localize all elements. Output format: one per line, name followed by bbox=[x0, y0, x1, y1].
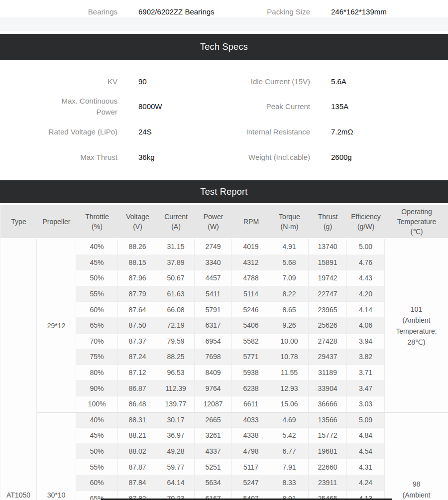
table-cell: 37.89 bbox=[157, 255, 195, 271]
test-report-table: TypePropellerThrottle (%)Voltage (V)Curr… bbox=[0, 205, 448, 500]
tech-spec-row-max-power: Max. Continuous Power 8000W bbox=[0, 96, 162, 118]
table-cell: 5791 bbox=[195, 302, 232, 318]
table-cell: 50.67 bbox=[157, 270, 195, 286]
test-report-title: Test Report bbox=[200, 187, 247, 197]
top-spec-row-2: Packing Size 246*162*139mm bbox=[169, 1, 387, 23]
spec-value-internal-resistance: 7.2mΩ bbox=[331, 126, 353, 137]
table-cell: 87.24 bbox=[118, 349, 157, 365]
table-cell: 30.17 bbox=[157, 412, 195, 428]
table-cell: 4019 bbox=[232, 239, 270, 255]
table-cell: 5406 bbox=[232, 318, 270, 334]
table-cell: 36.97 bbox=[157, 428, 195, 444]
table-cell: 31.15 bbox=[157, 239, 195, 255]
propeller-cell: 29*12 bbox=[37, 239, 76, 412]
table-cell: 5411 bbox=[195, 286, 232, 302]
table-cell: 5251 bbox=[195, 459, 232, 475]
column-header: Throttle (%) bbox=[76, 205, 118, 238]
column-header: Efficiency (g/W) bbox=[347, 205, 385, 238]
table-cell: 5247 bbox=[232, 475, 270, 491]
table-cell: 3.82 bbox=[347, 349, 385, 365]
tech-spec-row-weight: Weight (Incl.cable) 2600g bbox=[169, 146, 352, 168]
table-cell: 88.02 bbox=[118, 444, 157, 460]
propeller-cell: 30*10 bbox=[37, 412, 76, 500]
column-header: Operating Temperature (℃) bbox=[385, 205, 448, 238]
table-cell: 12087 bbox=[195, 396, 232, 412]
table-cell: 88.21 bbox=[118, 428, 157, 444]
table-cell: 4.31 bbox=[347, 459, 385, 475]
spec-value-packing-size: 246*162*139mm bbox=[331, 6, 387, 17]
spec-label-max-thrust: Max Thrust bbox=[0, 152, 117, 163]
temperature-cell: 101 (Ambient Temperature: 28℃) bbox=[385, 239, 448, 412]
table-cell: 79.59 bbox=[157, 334, 195, 350]
column-header: Current (A) bbox=[157, 205, 195, 238]
table-cell: 3.47 bbox=[347, 380, 385, 396]
table-cell: 4.69 bbox=[270, 412, 309, 428]
table-cell: 33904 bbox=[309, 380, 347, 396]
table-cell: 4.24 bbox=[347, 475, 385, 491]
spec-label-rated-voltage: Rated Voltage (LiPo) bbox=[0, 126, 117, 137]
table-cell: 23911 bbox=[309, 475, 347, 491]
table-cell: 60% bbox=[76, 475, 118, 491]
table-cell: 87.37 bbox=[118, 334, 157, 350]
table-cell: 55% bbox=[76, 459, 118, 475]
spec-value-kv: 90 bbox=[138, 76, 147, 87]
table-cell: 4338 bbox=[232, 428, 270, 444]
table-cell: 4.76 bbox=[347, 255, 385, 271]
type-cell: AT1050 bbox=[0, 239, 37, 500]
column-header: Type bbox=[0, 205, 37, 238]
column-header: Propeller bbox=[37, 205, 76, 238]
table-cell: 8.65 bbox=[270, 302, 309, 318]
table-cell: 90% bbox=[76, 380, 118, 396]
table-cell: 4337 bbox=[195, 444, 232, 460]
table-cell: 88.15 bbox=[118, 255, 157, 271]
table-cell: 139.77 bbox=[157, 396, 195, 412]
table-cell: 8.22 bbox=[270, 286, 309, 302]
table-cell: 50% bbox=[76, 444, 118, 460]
table-cell: 13740 bbox=[309, 239, 347, 255]
table-cell: 40% bbox=[76, 239, 118, 255]
table-cell: 3.94 bbox=[347, 334, 385, 350]
table-cell: 19681 bbox=[309, 444, 347, 460]
spec-value-rated-voltage: 24S bbox=[138, 126, 152, 137]
table-cell: 3340 bbox=[195, 255, 232, 271]
table-cell: 5.42 bbox=[270, 428, 309, 444]
table-cell: 19742 bbox=[309, 270, 347, 286]
table-cell: 9.26 bbox=[270, 318, 309, 334]
table-cell: 5.09 bbox=[347, 412, 385, 428]
table-cell: 4.43 bbox=[347, 270, 385, 286]
table-cell: 23965 bbox=[309, 302, 347, 318]
table-cell: 5938 bbox=[232, 365, 270, 381]
table-cell: 5.68 bbox=[270, 255, 309, 271]
tech-specs-title: Tech Specs bbox=[200, 42, 248, 52]
table-cell: 4.14 bbox=[347, 302, 385, 318]
table-cell: 4.20 bbox=[347, 286, 385, 302]
tech-spec-row-kv: KV 90 bbox=[0, 71, 147, 93]
test-report-header: Test Report bbox=[0, 180, 448, 203]
table-cell: 45% bbox=[76, 255, 118, 271]
table-cell: 29437 bbox=[309, 349, 347, 365]
spec-label-weight: Weight (Incl.cable) bbox=[169, 152, 310, 163]
table-cell: 40% bbox=[76, 412, 118, 428]
table-cell: 9764 bbox=[195, 380, 232, 396]
table-cell: 64.14 bbox=[157, 475, 195, 491]
spec-value-idle-current: 5.6A bbox=[331, 76, 346, 87]
table-cell: 59.77 bbox=[157, 459, 195, 475]
spec-label-internal-resistance: Internal Resistance bbox=[169, 126, 310, 137]
table-cell: 10.00 bbox=[270, 334, 309, 350]
spec-label-kv: KV bbox=[0, 76, 117, 87]
table-cell: 100% bbox=[76, 396, 118, 412]
spec-label-max-power: Max. Continuous Power bbox=[0, 96, 117, 118]
spec-value-weight: 2600g bbox=[331, 152, 352, 163]
column-header: Voltage (V) bbox=[118, 205, 157, 238]
table-cell: 50% bbox=[76, 270, 118, 286]
table-cell: 5114 bbox=[232, 286, 270, 302]
table-cell: 12.93 bbox=[270, 380, 309, 396]
table-cell: 6317 bbox=[195, 318, 232, 334]
table-cell: 5.00 bbox=[347, 239, 385, 255]
table-cell: 88.31 bbox=[118, 412, 157, 428]
table-cell: 6954 bbox=[195, 334, 232, 350]
tech-spec-row-rated-voltage: Rated Voltage (LiPo) 24S bbox=[0, 121, 152, 143]
table-cell: 70% bbox=[76, 334, 118, 350]
table-cell: 87.50 bbox=[118, 318, 157, 334]
table-cell: 5582 bbox=[232, 334, 270, 350]
